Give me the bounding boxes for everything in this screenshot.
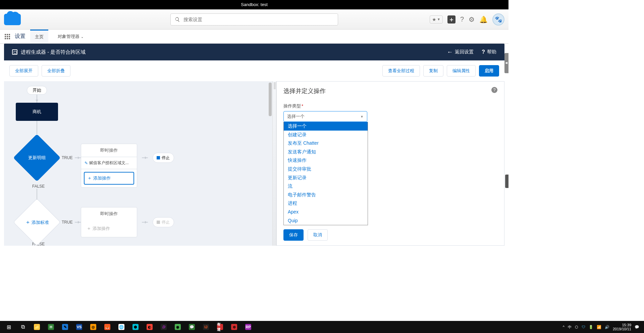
help-question-icon: ?	[482, 49, 485, 55]
actions-header: 即时操作	[81, 207, 137, 220]
splitter-handle[interactable]	[272, 81, 276, 246]
dropdown-option[interactable]: 发布至 Chatter	[284, 139, 368, 148]
stop-icon	[157, 156, 160, 159]
properties-panel: 选择并定义操作 ? 操作类型* 选择一个 ▼ 选择一个 创建记录 发布至 Cha…	[276, 81, 504, 246]
action-item[interactable]: ✎赋值客户授权区域文...	[81, 157, 137, 169]
global-header: ★▼ ＋ ? ⚙ 🔔 🐾	[0, 9, 508, 30]
app-launcher-icon[interactable]	[5, 34, 10, 39]
actions-header: 即时操作	[81, 144, 137, 157]
search-icon	[175, 17, 180, 22]
back-to-setup-link[interactable]: ←返回设置	[447, 49, 474, 56]
chevron-down-icon: ⌄	[81, 35, 84, 39]
connector	[37, 95, 37, 103]
dropdown-option[interactable]: 选择一个	[284, 122, 368, 131]
panel-header: 选择并定义操作 ?	[277, 82, 504, 100]
gear-icon[interactable]: ⚙	[469, 15, 475, 23]
activate-button[interactable]: 启用	[479, 65, 499, 77]
dropdown-option[interactable]: Apex	[284, 208, 368, 217]
plus-icon: ＋	[87, 175, 92, 181]
true-label: TRUE	[62, 155, 73, 160]
context-bar: 设置 主页 对象管理器⌄	[0, 30, 508, 44]
start-node: 开始	[27, 86, 47, 95]
false-label: FALSE	[32, 242, 174, 246]
dropdown-option[interactable]: 快速操作	[284, 156, 368, 165]
immediate-actions-card-2: 即时操作 ＋添加操作	[81, 207, 137, 237]
plus-icon: ＋	[25, 219, 31, 225]
dropdown-option[interactable]: 电子邮件警告	[284, 191, 368, 199]
collapse-all-button[interactable]: 全部折叠	[42, 65, 70, 77]
favorites-button[interactable]: ★▼	[430, 15, 443, 23]
true-label: TRUE	[62, 220, 73, 225]
stop-node-1[interactable]: 停止	[153, 153, 174, 163]
dropdown-option[interactable]: 发送客户通知	[284, 148, 368, 156]
dropdown-option[interactable]: Quip	[284, 217, 368, 225]
dropdown-option[interactable]: 创建记录	[284, 131, 368, 139]
panel-title: 选择并定义操作	[283, 87, 326, 95]
object-node[interactable]: 商机	[16, 103, 58, 121]
dropdown-option[interactable]: 提交待审批	[284, 165, 368, 174]
panel-help-icon[interactable]: ?	[491, 87, 497, 93]
add-criteria-node[interactable]: ＋添加标准	[13, 198, 60, 246]
global-search[interactable]	[170, 13, 338, 26]
side-handle[interactable]	[505, 175, 508, 188]
global-actions-button[interactable]: ＋	[447, 15, 455, 23]
connector	[142, 157, 148, 158]
sandbox-bar: Sandbox: test	[0, 0, 508, 9]
clone-button[interactable]: 复制	[423, 65, 443, 77]
action-type-label: 操作类型*	[283, 103, 497, 109]
panel-footer: 保存 取消	[277, 225, 504, 245]
tab-home[interactable]: 主页	[30, 30, 48, 43]
expand-all-button[interactable]: 全部展开	[9, 65, 38, 77]
search-input[interactable]	[183, 17, 334, 22]
view-all-processes-button[interactable]: 查看全部过程	[382, 65, 420, 77]
tab-object-manager[interactable]: 对象管理器⌄	[53, 30, 88, 43]
dropdown-option[interactable]: 流	[284, 182, 368, 191]
criteria-node-1[interactable]: 更新明细	[13, 134, 60, 181]
dropdown-option[interactable]: 更新记录	[284, 174, 368, 182]
toolbar: 全部展开 全部折叠 查看全部过程 复制 编辑属性 启用	[0, 60, 508, 81]
stop-node-2: 停止	[153, 217, 174, 227]
app-name: 设置	[15, 33, 25, 40]
watermark: https://blog.csdn.net/Mrs_chens	[446, 236, 503, 241]
pencil-icon: ✎	[85, 161, 88, 165]
help-icon[interactable]: ?	[460, 15, 464, 23]
action-type-select[interactable]: 选择一个 ▼ 选择一个 创建记录 发布至 Chatter 发送客户通知 快速操作…	[283, 111, 367, 122]
dropdown-option[interactable]: 进程	[284, 199, 368, 208]
add-action-button[interactable]: ＋添加操作	[84, 172, 134, 185]
connector	[37, 121, 37, 134]
help-link[interactable]: ?帮助	[482, 49, 496, 55]
connector	[75, 157, 81, 158]
plus-icon: ＋	[87, 226, 91, 232]
page-title: 进程生成器 - 是否符合跨区域	[21, 49, 86, 55]
salesforce-logo[interactable]	[4, 14, 21, 25]
immediate-actions-card-1: 即时操作 ✎赋值客户授权区域文... ＋添加操作	[81, 144, 137, 188]
header-utilities: ★▼ ＋ ? ⚙ 🔔 🐾	[430, 13, 504, 26]
panel-expand-handle[interactable]	[504, 53, 508, 73]
caret-down-icon: ▼	[360, 115, 364, 118]
stop-icon	[157, 221, 160, 224]
connector	[75, 222, 81, 223]
edit-properties-button[interactable]: 编辑属性	[447, 65, 476, 77]
save-button[interactable]: 保存	[283, 229, 304, 241]
add-action-disabled: ＋添加操作	[84, 223, 134, 234]
arrow-left-icon: ←	[447, 49, 453, 56]
cancel-button[interactable]: 取消	[308, 229, 328, 241]
workspace: 开始 商机 更新明细 TRUE 即时操作 ✎赋值客户授权区域文... ＋添加操作…	[4, 81, 504, 246]
notification-bell-icon[interactable]: 🔔	[479, 15, 488, 23]
select-value: 选择一个	[287, 113, 305, 120]
process-builder-icon	[12, 49, 17, 55]
user-avatar[interactable]: 🐾	[492, 13, 504, 26]
process-canvas[interactable]: 开始 商机 更新明细 TRUE 即时操作 ✎赋值客户授权区域文... ＋添加操作…	[4, 81, 272, 246]
page-header: 进程生成器 - 是否符合跨区域 ←返回设置 ?帮助	[4, 44, 504, 60]
canvas-scrollbar[interactable]	[269, 83, 272, 116]
connector	[142, 222, 148, 223]
action-type-dropdown: 选择一个 创建记录 发布至 Chatter 发送客户通知 快速操作 提交待审批 …	[283, 122, 368, 225]
